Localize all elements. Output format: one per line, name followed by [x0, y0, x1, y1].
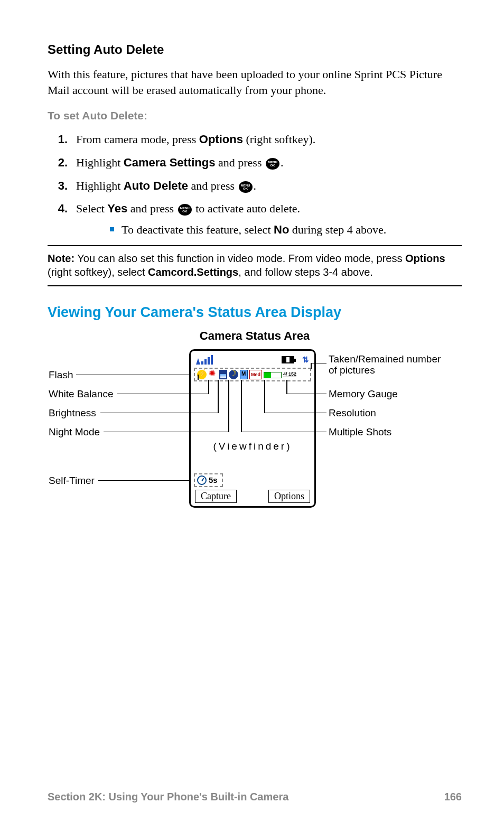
timer-value: 5s — [209, 475, 218, 484]
step-3: 3. Highlight Auto Delete and press . — [48, 178, 462, 194]
label-night-mode: Night Mode — [49, 426, 100, 438]
picture-count: 4/ 152 — [283, 371, 296, 377]
menu-ok-icon — [178, 204, 192, 216]
step-number: 4. — [48, 201, 76, 237]
connector-line — [241, 432, 326, 433]
status-bar: ⇅ — [195, 355, 310, 367]
connector-line — [311, 363, 312, 369]
label-resolution: Resolution — [329, 407, 376, 419]
step-text: Select Yes and press to activate auto de… — [76, 201, 462, 237]
label-flash: Flash — [49, 369, 73, 381]
intro-paragraph: With this feature, pictures that have be… — [48, 67, 462, 98]
procedure-subhead: To set Auto Delete: — [48, 109, 462, 122]
step-4: 4. Select Yes and press to activate auto… — [48, 201, 462, 237]
step-2: 2. Highlight Camera Settings and press . — [48, 155, 462, 171]
softkey-row: Capture Options — [195, 490, 310, 503]
resolution-icon: Med — [249, 370, 262, 379]
phone-screen: ⇅ Med 4/ 152 (Viewfinder) 5s Capture Opt… — [189, 349, 316, 508]
step-text: Highlight Auto Delete and press . — [76, 178, 462, 194]
step-1: 1. From camera mode, press Options (righ… — [48, 132, 462, 147]
signal-icon — [196, 355, 213, 365]
label-multiple-shots: Multiple Shots — [329, 426, 391, 438]
connector-line — [117, 394, 208, 395]
battery-icon — [282, 356, 294, 363]
sub-bullet: To deactivate this feature, select No du… — [110, 222, 462, 238]
connector-line — [98, 480, 190, 481]
connector-line — [76, 375, 190, 376]
connector-line — [100, 413, 218, 414]
memory-gauge-icon — [264, 372, 282, 378]
connector-line — [198, 375, 199, 380]
options-softkey: Options — [268, 490, 310, 503]
connector-line — [264, 380, 265, 413]
label-memory-gauge: Memory Gauge — [329, 388, 398, 400]
connector-line — [286, 394, 326, 395]
note-label: Note: — [48, 253, 74, 264]
heading-auto-delete: Setting Auto Delete — [48, 42, 462, 57]
timer-icon — [197, 475, 207, 485]
flash-icon — [197, 370, 207, 379]
capture-softkey: Capture — [195, 490, 237, 503]
label-white-balance: White Balance — [49, 388, 114, 400]
night-mode-icon — [229, 370, 238, 379]
connector-line — [218, 380, 219, 413]
connector-line — [241, 380, 242, 432]
connector-line — [208, 380, 209, 394]
label-taken-remained: Taken/Remained number of pictures — [329, 354, 450, 376]
step-text: From camera mode, press Options (right s… — [76, 132, 462, 147]
camera-icon-row: Med 4/ 152 — [194, 368, 311, 381]
step-number: 3. — [48, 178, 76, 194]
white-balance-icon — [208, 370, 218, 379]
arrows-icon: ⇅ — [302, 355, 309, 365]
connector-line — [104, 432, 228, 433]
page-footer: Section 2K: Using Your Phone's Built-in … — [48, 791, 462, 803]
menu-ok-icon — [266, 158, 279, 170]
step-number: 1. — [48, 132, 76, 147]
note-block: Note: You can also set this function in … — [48, 245, 462, 286]
connector-line — [228, 380, 229, 432]
viewfinder-label: (Viewfinder) — [191, 441, 314, 452]
heading-status-display: Viewing Your Camera's Status Area Displa… — [48, 304, 462, 321]
diagram-title: Camera Status Area — [48, 329, 462, 343]
camera-status-diagram: ⇅ Med 4/ 152 (Viewfinder) 5s Capture Opt… — [49, 347, 461, 521]
footer-section-label: Section 2K: Using Your Phone's Built-in … — [48, 791, 288, 803]
connector-line — [264, 413, 326, 414]
multi-shot-icon — [240, 370, 248, 379]
step-number: 2. — [48, 155, 76, 171]
footer-page-number: 166 — [444, 791, 462, 803]
label-self-timer: Self-Timer — [49, 475, 95, 487]
connector-line — [311, 363, 326, 364]
steps-list: 1. From camera mode, press Options (righ… — [48, 132, 462, 237]
menu-ok-icon — [239, 181, 253, 193]
step-text: Highlight Camera Settings and press . — [76, 155, 462, 171]
connector-line — [286, 380, 287, 394]
brightness-icon — [219, 370, 227, 379]
self-timer-indicator: 5s — [194, 473, 223, 487]
label-brightness: Brightness — [49, 407, 96, 419]
